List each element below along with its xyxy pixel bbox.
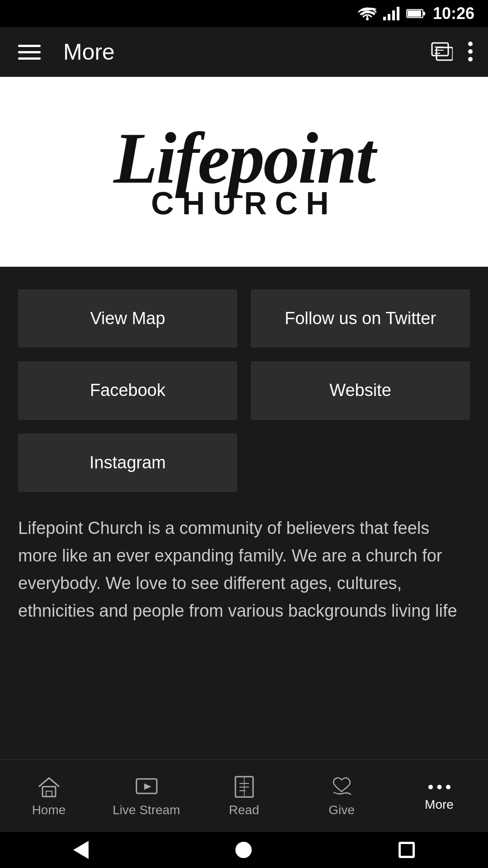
svg-point-25 xyxy=(428,785,433,789)
svg-point-26 xyxy=(437,785,441,789)
vertical-dots-icon xyxy=(466,40,474,63)
status-icons: 10:26 xyxy=(358,4,474,23)
live-stream-icon xyxy=(134,774,159,799)
home-circle-icon xyxy=(235,842,252,858)
description-text: Lifepoint Church is a community of belie… xyxy=(18,514,470,624)
nav-right-icons xyxy=(430,40,474,64)
facebook-button[interactable]: Facebook xyxy=(18,361,237,420)
logo: Lifepoint CHURCH xyxy=(113,122,374,222)
follow-twitter-button[interactable]: Follow us on Twitter xyxy=(251,289,470,348)
home-icon xyxy=(37,774,61,799)
recents-icon xyxy=(399,842,415,858)
bottom-nav: Home Live Stream Read Give More xyxy=(0,760,488,832)
buttons-grid: View Map Follow us on Twitter Facebook W… xyxy=(18,289,470,492)
tab-home-label: Home xyxy=(32,803,66,817)
svg-rect-7 xyxy=(423,12,425,15)
tab-read-label: Read xyxy=(229,803,259,817)
svg-rect-2 xyxy=(388,14,390,20)
svg-rect-4 xyxy=(397,7,399,20)
website-button[interactable]: Website xyxy=(251,361,470,420)
tab-more[interactable]: More xyxy=(403,780,475,812)
page-title: More xyxy=(63,39,430,65)
status-bar: 10:26 xyxy=(0,0,488,27)
svg-point-13 xyxy=(468,42,473,46)
svg-point-15 xyxy=(468,57,473,61)
hamburger-line-1 xyxy=(18,45,41,47)
tab-live-stream[interactable]: Live Stream xyxy=(110,774,183,817)
content-area: View Map Follow us on Twitter Facebook W… xyxy=(0,267,488,760)
logo-lifepoint: Lifepoint xyxy=(113,122,374,194)
recents-button[interactable] xyxy=(399,842,415,858)
signal-icon xyxy=(383,7,399,20)
svg-marker-19 xyxy=(144,783,151,790)
instagram-button[interactable]: Instagram xyxy=(18,434,237,492)
svg-point-27 xyxy=(446,785,450,789)
battery-icon xyxy=(406,8,426,19)
svg-rect-17 xyxy=(46,791,52,797)
hamburger-line-2 xyxy=(18,51,41,53)
nav-bar: More xyxy=(0,27,488,77)
back-icon xyxy=(73,841,89,859)
more-options-button[interactable] xyxy=(466,40,474,64)
home-button[interactable] xyxy=(235,842,252,858)
tab-give[interactable]: Give xyxy=(305,774,378,817)
back-button[interactable] xyxy=(73,841,89,859)
svg-point-14 xyxy=(468,49,473,54)
tab-read[interactable]: Read xyxy=(208,774,280,817)
tab-give-label: Give xyxy=(328,803,355,817)
tab-live-stream-label: Live Stream xyxy=(113,803,180,817)
svg-rect-3 xyxy=(392,10,395,20)
system-nav-bar xyxy=(0,832,488,868)
hamburger-menu-button[interactable] xyxy=(14,40,45,64)
wifi-icon xyxy=(358,7,376,20)
hamburger-line-3 xyxy=(18,57,41,60)
chat-button[interactable] xyxy=(430,40,453,64)
read-icon xyxy=(232,774,257,799)
svg-rect-6 xyxy=(408,10,421,17)
tab-home[interactable]: Home xyxy=(13,774,85,817)
tab-more-label: More xyxy=(425,797,454,812)
more-icon xyxy=(427,780,452,794)
svg-rect-1 xyxy=(383,17,386,20)
logo-church: CHURCH xyxy=(113,185,374,222)
view-map-button[interactable]: View Map xyxy=(18,289,237,348)
logo-banner: Lifepoint CHURCH xyxy=(0,77,488,267)
give-icon xyxy=(329,774,354,799)
status-time: 10:26 xyxy=(433,4,474,23)
chat-icon xyxy=(430,40,453,63)
svg-point-0 xyxy=(366,18,369,20)
